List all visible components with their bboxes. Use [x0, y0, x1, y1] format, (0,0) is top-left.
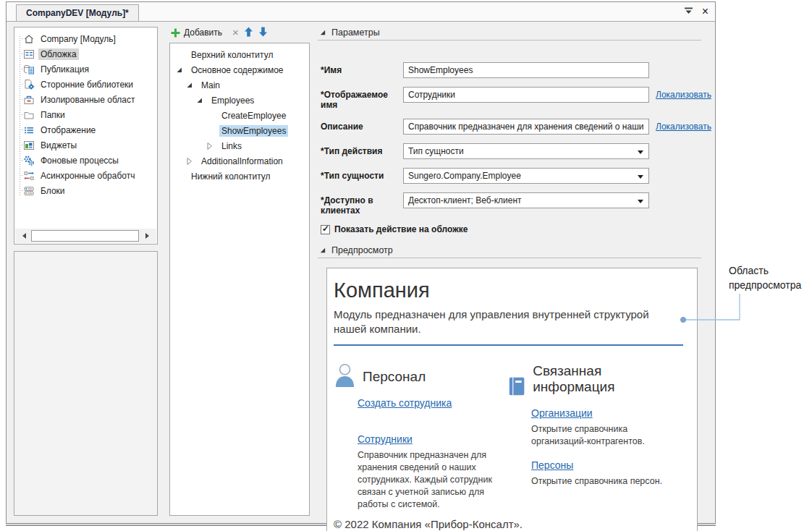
expander-expanded-icon[interactable]	[175, 66, 189, 74]
form-row-available-clients: *Доступно в клиентах Десктоп-клиент; Веб…	[321, 192, 701, 216]
plus-icon	[171, 28, 180, 38]
scrollbar-thumb[interactable]	[31, 230, 139, 242]
folders-icon	[23, 109, 35, 121]
tree-item-main-content[interactable]: Основное содержимое	[170, 62, 309, 77]
properties-panel: Параметры *Имя *Отображаемое имя Локализ…	[318, 27, 701, 531]
name-label: *Имя	[321, 62, 403, 75]
third-party-libraries-icon	[23, 79, 35, 90]
section-expanded-icon	[319, 29, 326, 36]
localize-link[interactable]: Локализовать	[656, 119, 711, 132]
name-input[interactable]	[403, 62, 649, 78]
sidebar-item-background-processes[interactable]: Фоновые процессы	[14, 153, 157, 168]
sidebar-item-widgets[interactable]: Виджеты	[14, 137, 157, 153]
cover-content-tree: Верхний колонтитул Основное содержимое M…	[170, 43, 309, 184]
module-structure-tree: Company [Модуль] Обложка Публикация Стор…	[14, 27, 157, 198]
module-editor-window: CompanyDEV [Модуль]* × Company [Модуль] …	[6, 1, 716, 524]
sidebar-item-isolated-areas[interactable]: Изолированные област	[14, 92, 157, 107]
preview-section-title: Предпросмотр	[331, 245, 393, 255]
description-input[interactable]	[403, 119, 649, 135]
async-handlers-icon	[23, 170, 35, 182]
sidebar-item-display[interactable]: Отображение	[14, 122, 157, 137]
document-tab[interactable]: CompanyDEV [Модуль]*	[16, 4, 139, 22]
display-icon	[23, 124, 35, 136]
localize-link[interactable]: Локализовать	[656, 87, 711, 100]
tree-item-additional-information[interactable]: AdditionalInformation	[170, 153, 309, 169]
blocks-icon	[23, 185, 35, 197]
preview-divider-rule	[334, 344, 683, 346]
sidebar-item-third-party-libraries[interactable]: Сторонние библиотеки	[14, 77, 157, 92]
move-up-button[interactable]	[244, 27, 253, 39]
available-clients-dropdown[interactable]: Десктоп-клиент; Веб-клиент	[403, 192, 649, 208]
sidebar-item-company[interactable]: Company [Модуль]	[14, 31, 157, 46]
window-menu-icon[interactable]	[684, 7, 693, 17]
tree-item-employees[interactable]: Employees	[170, 93, 309, 108]
scroll-right-button[interactable]	[143, 230, 155, 242]
window-body: Company [Модуль] Обложка Публикация Стор…	[7, 22, 715, 523]
preview-module-description: Модуль предназначен для управления внутр…	[334, 307, 672, 336]
callout-connector-line	[679, 294, 745, 326]
available-clients-label: *Доступно в клиентах	[321, 192, 403, 216]
cover-tree-toolbar: Добавить ×	[169, 24, 268, 41]
form-row-entity-type: *Тип сущности Sungero.Company.Employee	[321, 168, 701, 184]
expander-expanded-icon[interactable]	[195, 96, 209, 104]
show-on-cover-row: Показать действие на обложке	[321, 224, 701, 234]
entity-type-label: *Тип сущности	[321, 168, 403, 181]
organizations-link[interactable]: Организации	[531, 407, 593, 419]
persons-link[interactable]: Персоны	[531, 459, 573, 471]
delete-icon[interactable]: ×	[232, 28, 239, 37]
expander-expanded-icon[interactable]	[185, 81, 199, 89]
form-row-name: *Имя	[321, 62, 701, 78]
description-label: Описание	[321, 119, 403, 132]
tree-item-top-header[interactable]: Верхний колонтитул	[170, 47, 309, 62]
action-type-label: *Тип действия	[321, 143, 403, 156]
action-type-dropdown[interactable]: Тип сущности	[403, 143, 649, 159]
move-down-button[interactable]	[258, 27, 268, 39]
add-button[interactable]: Добавить	[171, 27, 222, 38]
employees-link[interactable]: Сотрудники	[358, 433, 413, 445]
show-on-cover-checkbox[interactable]	[321, 225, 330, 234]
tree-item-links[interactable]: Links	[170, 138, 309, 153]
expander-collapsed-icon[interactable]	[185, 157, 199, 166]
home-icon	[23, 33, 35, 45]
arrow-up-icon	[244, 27, 253, 37]
sidebar-item-folders[interactable]: Папки	[14, 107, 157, 122]
expander-collapsed-icon[interactable]	[206, 142, 219, 150]
parameters-form: *Имя *Отображаемое имя Локализовать Опис…	[321, 62, 701, 234]
widgets-icon	[23, 140, 35, 151]
preview-copyright: © 2022 Компания «Прибор-Консалт».	[334, 518, 523, 530]
personnel-heading: Персонал	[363, 369, 426, 387]
tree-item-create-employee[interactable]: CreateEmployee	[170, 108, 309, 123]
entity-type-dropdown[interactable]: Sungero.Company.Employee	[403, 168, 649, 184]
document-tab-title: CompanyDEV [Модуль]*	[26, 8, 129, 18]
parameters-section-title: Параметры	[331, 27, 380, 38]
book-icon	[507, 375, 526, 397]
preview-area-callout-label: Область предпросмотра	[729, 263, 807, 292]
scroll-left-button[interactable]	[17, 230, 29, 242]
parameters-section-header[interactable]: Параметры	[319, 27, 701, 38]
tree-item-show-employees[interactable]: ShowEmployees	[170, 123, 309, 138]
module-structure-panel: Company [Модуль] Обложка Публикация Стор…	[14, 27, 158, 245]
close-icon[interactable]: ×	[702, 7, 709, 17]
tree-item-bottom-header[interactable]: Нижний колонтитул	[170, 169, 309, 184]
preview-section-header[interactable]: Предпросмотр	[319, 245, 701, 255]
arrow-down-icon	[258, 27, 268, 37]
document-tab-strip: CompanyDEV [Модуль]* ×	[7, 2, 715, 22]
tree-item-main[interactable]: Main	[170, 77, 309, 93]
sidebar-item-blocks[interactable]: Блоки	[14, 183, 157, 198]
person-icon	[334, 363, 356, 387]
sidebar-item-cover[interactable]: Обложка	[14, 46, 157, 61]
horizontal-scrollbar[interactable]	[15, 229, 156, 243]
cover-icon	[23, 48, 35, 60]
background-processes-icon	[23, 155, 35, 166]
sidebar-item-async-handlers[interactable]: Асинхронные обработч	[14, 168, 157, 183]
display-name-label: *Отображаемое имя	[321, 87, 403, 110]
cover-content-panel: Верхний колонтитул Основное содержимое M…	[169, 43, 310, 516]
section-divider	[318, 258, 701, 258]
display-name-input[interactable]	[403, 87, 649, 103]
preview-module-title: Компания	[334, 279, 682, 302]
create-employee-link[interactable]: Создать сотрудника	[358, 397, 452, 409]
sidebar-item-publication[interactable]: Публикация	[14, 61, 157, 77]
form-row-action-type: *Тип действия Тип сущности	[321, 143, 701, 159]
sidebar-secondary-panel	[14, 251, 158, 516]
preview-column-related-info: Связанная информация Организации Открыти…	[507, 363, 682, 511]
